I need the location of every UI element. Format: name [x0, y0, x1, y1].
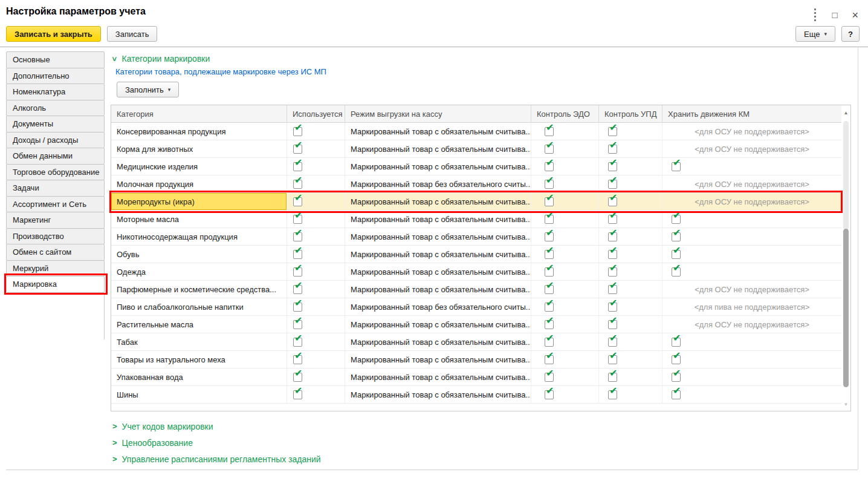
save-button[interactable]: Записать: [107, 26, 158, 42]
collapsed-section-pricing[interactable]: >Ценообразование: [112, 434, 321, 451]
checkbox-checked[interactable]: ✔: [608, 355, 617, 364]
sidebar-item-retail-equipment[interactable]: Торговое оборудование: [6, 164, 105, 181]
table-row[interactable]: Медицинские изделия✔Маркированный товар …: [111, 158, 841, 175]
sidebar-item-alcohol[interactable]: Алкоголь: [6, 100, 105, 117]
checkbox-checked[interactable]: ✔: [293, 285, 302, 294]
checkbox-checked[interactable]: ✔: [608, 285, 617, 294]
maximize-icon[interactable]: □: [832, 10, 837, 20]
checkbox-checked[interactable]: ✔: [545, 197, 554, 206]
checkbox-checked[interactable]: ✔: [293, 267, 302, 277]
more-button[interactable]: Еще ▾: [795, 26, 835, 42]
sidebar-item-nomenclature[interactable]: Номенклатура: [6, 83, 105, 100]
checkbox-checked[interactable]: ✔: [545, 215, 554, 224]
checkbox-checked[interactable]: ✔: [293, 390, 302, 399]
checkbox-checked[interactable]: ✔: [545, 338, 554, 347]
checkbox-checked[interactable]: ✔: [672, 250, 681, 259]
table-row[interactable]: Консервированная продукция✔Маркированный…: [111, 123, 841, 140]
table-row[interactable]: Никотиносодержащая продукция✔Маркированн…: [111, 228, 841, 246]
sidebar-item-main[interactable]: Основные: [6, 51, 105, 68]
column-header[interactable]: Контроль ЭДО: [531, 105, 599, 122]
checkbox-checked[interactable]: ✔: [545, 285, 554, 294]
section-marking-categories[interactable]: > Категории маркировки: [112, 54, 210, 64]
sidebar-item-marking[interactable]: Маркировка: [6, 276, 105, 293]
checkbox-checked[interactable]: ✔: [672, 162, 681, 171]
sidebar-item-data-exchange[interactable]: Обмен данными: [6, 148, 105, 165]
scroll-up-icon[interactable]: ▲: [841, 110, 850, 116]
table-row[interactable]: Пиво и слабоалкогольные напитки✔Маркиров…: [111, 298, 841, 316]
sidebar-item-mercury[interactable]: Меркурий: [6, 260, 105, 277]
table-row[interactable]: Моторные масла✔Маркированный товар с обя…: [111, 211, 841, 228]
checkbox-checked[interactable]: ✔: [608, 267, 617, 277]
sidebar-item-tasks[interactable]: Задачи: [6, 180, 105, 197]
checkbox-checked[interactable]: ✔: [608, 127, 617, 136]
checkbox-checked[interactable]: ✔: [608, 215, 617, 224]
checkbox-checked[interactable]: ✔: [293, 355, 302, 364]
table-row[interactable]: Товары из натурального меха✔Маркированны…: [111, 351, 841, 368]
checkbox-checked[interactable]: ✔: [608, 303, 617, 312]
checkbox-checked[interactable]: ✔: [608, 197, 617, 206]
collapsed-section-marking-codes[interactable]: >Учет кодов маркировки: [112, 418, 321, 434]
checkbox-checked[interactable]: ✔: [293, 145, 302, 154]
table-row[interactable]: Одежда✔Маркированный товар с обязательны…: [111, 263, 841, 281]
checkbox-checked[interactable]: ✔: [608, 390, 617, 399]
table-row[interactable]: Табак✔Маркированный товар с обязательным…: [111, 333, 841, 351]
column-header[interactable]: Хранить движения КМ: [662, 105, 841, 122]
close-icon[interactable]: ×: [852, 10, 858, 20]
sidebar-item-income-expenses[interactable]: Доходы / расходы: [6, 132, 105, 149]
checkbox-checked[interactable]: ✔: [545, 145, 554, 154]
table-row[interactable]: Парфюмерные и косметические средства...✔…: [111, 281, 841, 298]
checkbox-checked[interactable]: ✔: [672, 390, 681, 399]
table-row[interactable]: Обувь✔Маркированный товар с обязательным…: [111, 246, 841, 263]
checkbox-checked[interactable]: ✔: [545, 180, 554, 189]
checkbox-checked[interactable]: ✔: [293, 250, 302, 259]
sidebar-item-additional[interactable]: Дополнительно: [6, 68, 105, 85]
checkbox-checked[interactable]: ✔: [608, 162, 617, 171]
checkbox-checked[interactable]: ✔: [545, 267, 554, 277]
column-header[interactable]: Режим выгрузки на кассу: [345, 105, 531, 122]
collapsed-section-scheduled-jobs[interactable]: >Управление расписаниями регламентных за…: [112, 451, 321, 467]
checkbox-checked[interactable]: ✔: [608, 373, 617, 382]
checkbox-checked[interactable]: ✔: [545, 390, 554, 399]
table-row[interactable]: Морепродукты (икра)✔Маркированный товар …: [111, 193, 841, 211]
checkbox-checked[interactable]: ✔: [608, 180, 617, 189]
checkbox-checked[interactable]: ✔: [545, 232, 554, 241]
sidebar-item-production[interactable]: Производство: [6, 228, 105, 245]
categories-description-link[interactable]: Категории товара, подлежащие маркировке …: [115, 67, 326, 76]
checkbox-checked[interactable]: ✔: [672, 267, 681, 277]
checkbox-checked[interactable]: ✔: [672, 355, 681, 364]
checkbox-checked[interactable]: ✔: [293, 180, 302, 189]
checkbox-checked[interactable]: ✔: [608, 145, 617, 154]
scroll-down-icon[interactable]: ▼: [841, 402, 850, 407]
checkbox-checked[interactable]: ✔: [293, 232, 302, 241]
checkbox-checked[interactable]: ✔: [545, 162, 554, 171]
sidebar-item-documents[interactable]: Документы: [6, 116, 105, 133]
table-row[interactable]: Молочная продукция✔Маркированный товар б…: [111, 175, 841, 193]
fill-button[interactable]: Заполнить ▾: [117, 82, 179, 97]
help-button[interactable]: ?: [841, 26, 860, 42]
checkbox-checked[interactable]: ✔: [672, 215, 681, 224]
checkbox-checked[interactable]: ✔: [608, 250, 617, 259]
checkbox-checked[interactable]: ✔: [672, 232, 681, 241]
checkbox-checked[interactable]: ✔: [293, 197, 302, 206]
checkbox-checked[interactable]: ✔: [545, 320, 554, 329]
checkbox-checked[interactable]: ✔: [293, 127, 302, 136]
checkbox-checked[interactable]: ✔: [545, 303, 554, 312]
checkbox-checked[interactable]: ✔: [608, 338, 617, 347]
checkbox-checked[interactable]: ✔: [545, 373, 554, 382]
checkbox-checked[interactable]: ✔: [293, 162, 302, 171]
table-row[interactable]: Растительные масла✔Маркированный товар с…: [111, 316, 841, 333]
checkbox-checked[interactable]: ✔: [293, 338, 302, 347]
scrollbar-track[interactable]: [843, 121, 849, 230]
checkbox-checked[interactable]: ✔: [293, 215, 302, 224]
sidebar-item-site-exchange[interactable]: Обмен с сайтом: [6, 244, 105, 261]
checkbox-checked[interactable]: ✔: [293, 320, 302, 329]
column-header[interactable]: Контроль УПД: [599, 105, 662, 122]
checkbox-checked[interactable]: ✔: [672, 338, 681, 347]
checkbox-checked[interactable]: ✔: [672, 373, 681, 382]
scrollbar-thumb[interactable]: [843, 229, 849, 387]
checkbox-checked[interactable]: ✔: [608, 232, 617, 241]
table-row[interactable]: Корма для животных✔Маркированный товар с…: [111, 140, 841, 158]
checkbox-checked[interactable]: ✔: [545, 127, 554, 136]
window-menu-icon[interactable]: [813, 7, 817, 22]
column-header[interactable]: Используется: [287, 105, 345, 122]
